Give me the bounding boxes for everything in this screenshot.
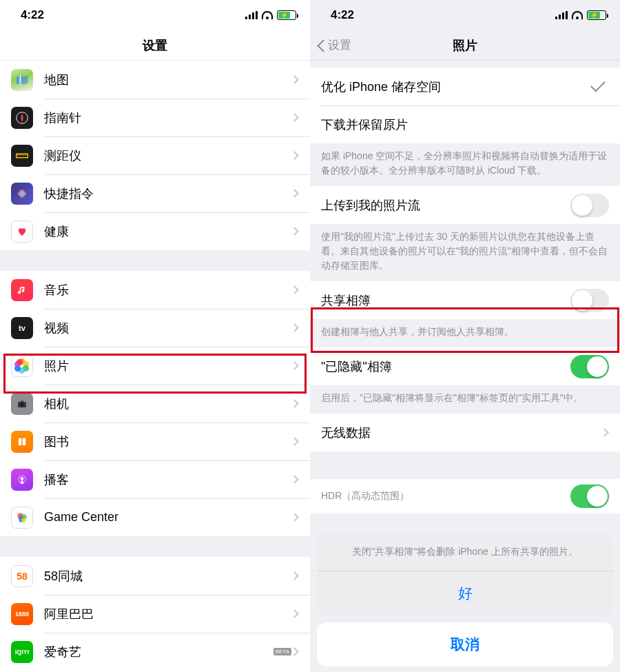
- row-label: 照片: [44, 358, 291, 374]
- photostream-toggle[interactable]: [570, 194, 609, 217]
- chevron-right-icon: [290, 189, 299, 198]
- row-label: 下载并保留原片: [321, 116, 609, 133]
- row-maps[interactable]: 地图: [0, 61, 310, 99]
- wifi-icon: [262, 11, 273, 19]
- chevron-right-icon: [290, 609, 299, 618]
- svg-rect-6: [21, 400, 24, 402]
- music-icon: [11, 279, 33, 301]
- back-button[interactable]: 设置: [317, 37, 351, 53]
- settings-screen-left: 4:22 ⚡ 设置 地图 指南针: [0, 0, 310, 672]
- row-download-originals[interactable]: 下载并保留原片: [310, 105, 620, 143]
- spacer: [310, 61, 620, 68]
- row-shortcuts[interactable]: 快捷指令: [0, 174, 310, 212]
- group-separator: [0, 250, 310, 271]
- status-bar: 4:22 ⚡: [310, 0, 620, 30]
- row-optimize-storage[interactable]: 优化 iPhone 储存空间: [310, 68, 620, 105]
- chevron-right-icon: [290, 647, 299, 656]
- row-shared-albums[interactable]: 共享相簿: [310, 281, 620, 319]
- page-title: 照片: [453, 37, 477, 54]
- row-gamecenter[interactable]: Game Center: [0, 498, 310, 536]
- row-books[interactable]: 图书: [0, 422, 310, 460]
- row-label: 58同城: [44, 568, 291, 584]
- battery-icon: ⚡: [587, 10, 606, 20]
- row-label: 地图: [44, 72, 291, 88]
- nav-bar: 设置 照片: [310, 30, 620, 61]
- row-label: 指南针: [44, 110, 291, 126]
- action-sheet-ok-button[interactable]: 好: [317, 571, 613, 615]
- row-iqiyi[interactable]: iQIYI 爱奇艺 BETA: [0, 633, 310, 671]
- row-label: 上传到我的照片流: [321, 197, 570, 214]
- row-label: 爱奇艺: [44, 644, 271, 660]
- health-icon: [11, 221, 33, 243]
- photostream-footer: 使用"我的照片流"上传过去 30 天的新照片以供您在其他设备上查看。来自其他设备…: [310, 224, 620, 281]
- beta-badge: BETA: [273, 648, 291, 655]
- compass-icon: [11, 107, 33, 129]
- row-tv[interactable]: tv 视频: [0, 309, 310, 347]
- action-sheet-cancel-button[interactable]: 取消: [317, 622, 613, 666]
- row-health[interactable]: 健康: [0, 212, 310, 250]
- chevron-right-icon: [290, 113, 299, 122]
- chevron-right-icon: [290, 571, 299, 580]
- shortcuts-icon: [11, 183, 33, 205]
- action-sheet-message: 关闭"共享相簿"将会删除 iPhone 上所有共享的照片。: [317, 533, 613, 571]
- back-label: 设置: [328, 37, 351, 53]
- status-indicators: ⚡: [555, 10, 606, 20]
- maps-icon: [11, 69, 33, 91]
- app-58-icon: 58: [11, 565, 33, 587]
- row-label: 阿里巴巴: [44, 606, 291, 622]
- row-measure[interactable]: 测距仪: [0, 136, 310, 174]
- row-cellular-data[interactable]: 无线数据: [310, 414, 620, 451]
- chevron-right-icon: [290, 399, 299, 408]
- tv-icon: tv: [11, 317, 33, 339]
- row-label: 图书: [44, 434, 291, 450]
- row-music[interactable]: 音乐: [0, 271, 310, 309]
- row-podcasts[interactable]: 播客: [0, 460, 310, 498]
- group-hidden-album: "已隐藏"相簿: [310, 347, 620, 385]
- chevron-right-icon: [290, 285, 299, 294]
- photos-icon: [11, 355, 33, 377]
- hdr-toggle-peek[interactable]: [570, 485, 609, 508]
- settings-group-apple-apps-1: 地图 指南针 测距仪 快捷指令: [0, 61, 310, 250]
- photos-settings-screen: 4:22 ⚡ 设置 照片 优化 iPhone 储存空间 下载并保留原片 如果 i…: [310, 0, 620, 672]
- chevron-right-icon: [600, 428, 609, 437]
- svg-point-12: [21, 518, 26, 522]
- hidden-album-toggle[interactable]: [570, 355, 609, 378]
- app-iqiyi-icon: iQIYI: [11, 641, 33, 663]
- settings-list[interactable]: 地图 指南针 测距仪 快捷指令: [0, 61, 310, 672]
- svg-point-7: [21, 477, 24, 480]
- row-photos[interactable]: 照片: [0, 347, 310, 385]
- row-label: HDR（高动态范围）: [321, 490, 570, 502]
- camera-icon: [11, 393, 33, 415]
- shared-albums-toggle[interactable]: [570, 289, 609, 312]
- row-label: Game Center: [44, 510, 291, 525]
- chevron-left-icon: [317, 39, 325, 52]
- checkmark-icon: [590, 77, 606, 92]
- group-separator: [0, 536, 310, 557]
- row-label: 健康: [44, 223, 291, 240]
- cellular-signal-icon: [555, 11, 568, 19]
- nav-bar: 设置: [0, 30, 310, 61]
- row-compass[interactable]: 指南针: [0, 99, 310, 136]
- status-time: 4:22: [21, 8, 44, 22]
- chevron-right-icon: [290, 513, 299, 522]
- row-label: 播客: [44, 471, 291, 488]
- measure-icon: [11, 145, 33, 167]
- row-hdr[interactable]: HDR（高动态范围）: [310, 479, 620, 513]
- cellular-signal-icon: [245, 11, 258, 19]
- row-camera[interactable]: 相机: [0, 385, 310, 422]
- chevron-right-icon: [290, 361, 299, 370]
- row-label: "已隐藏"相簿: [321, 358, 570, 375]
- row-hidden-album[interactable]: "已隐藏"相簿: [310, 347, 620, 385]
- row-alibaba[interactable]: 1688 阿里巴巴: [0, 595, 310, 633]
- row-58tongcheng[interactable]: 58 58同城: [0, 557, 310, 595]
- podcasts-icon: [11, 469, 33, 491]
- settings-group-thirdparty: 58 58同城 1688 阿里巴巴 iQIYI 爱奇艺 BETA: [0, 557, 310, 671]
- row-photostream[interactable]: 上传到我的照片流: [310, 186, 620, 224]
- row-label: 快捷指令: [44, 185, 291, 202]
- group-photostream: 上传到我的照片流: [310, 186, 620, 224]
- hidden-footer: 启用后，"已隐藏"相簿将显示在"相簿"标签页的"实用工具"中。: [310, 385, 620, 414]
- storage-footer: 如果 iPhone 空间不足，全分辨率照片和视频将自动替换为适用于设备的较小版本…: [310, 143, 620, 186]
- settings-group-apple-apps-2: 音乐 tv 视频: [0, 271, 310, 536]
- chevron-right-icon: [290, 323, 299, 332]
- row-label: 共享相簿: [321, 292, 570, 309]
